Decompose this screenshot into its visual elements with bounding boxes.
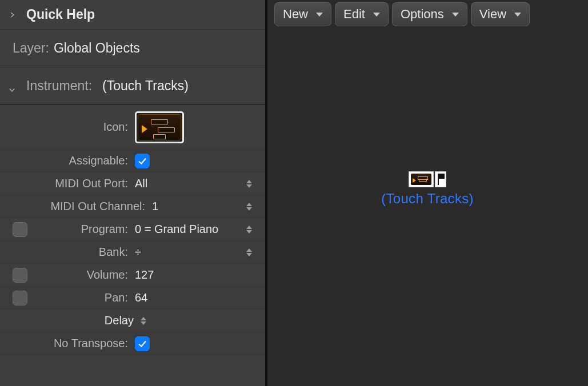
menu-view[interactable]: View xyxy=(471,2,530,26)
output-flag-icon xyxy=(435,171,446,187)
menu-view-label: View xyxy=(479,7,506,22)
pan-value[interactable]: 64 xyxy=(131,291,238,304)
volume-value[interactable]: 127 xyxy=(131,268,238,282)
caret-down-icon xyxy=(514,13,521,17)
pan-enable-checkbox[interactable] xyxy=(13,291,27,305)
midi-port-label: MIDI Out Port: xyxy=(40,177,131,190)
program-stepper[interactable] xyxy=(246,223,257,236)
instrument-value: (Touch Tracks) xyxy=(102,78,189,94)
menu-new-label: New xyxy=(283,7,308,22)
param-icon: Icon: xyxy=(0,105,265,150)
app-root: Quick Help Layer: Global Objects Instrum… xyxy=(0,0,588,386)
environment-canvas[interactable]: New Edit Options View xyxy=(266,0,588,386)
midi-channel-stepper[interactable] xyxy=(246,200,257,214)
delay-label: Delay xyxy=(40,314,137,327)
assignable-checkbox[interactable] xyxy=(135,154,150,168)
param-midi-out-port: MIDI Out Port: All xyxy=(0,172,265,195)
param-midi-out-channel: MIDI Out Channel: 1 xyxy=(0,195,265,218)
bank-stepper[interactable] xyxy=(246,246,257,259)
bank-label: Bank: xyxy=(40,246,131,259)
parameters-list: Icon: Assignable: xyxy=(0,105,265,386)
delay-stepper[interactable] xyxy=(141,314,151,328)
param-program: Program: 0 = Grand Piano xyxy=(0,218,265,241)
caret-down-icon xyxy=(373,13,380,17)
quick-help-header[interactable]: Quick Help xyxy=(0,0,265,30)
object-label: (Touch Tracks) xyxy=(319,191,536,207)
menu-edit[interactable]: Edit xyxy=(335,2,389,26)
layer-label: Layer: xyxy=(13,41,49,56)
pan-label: Pan: xyxy=(40,291,131,304)
object-icons xyxy=(319,171,536,187)
no-transpose-checkbox[interactable] xyxy=(135,336,150,351)
caret-down-icon xyxy=(316,13,323,17)
quick-help-title: Quick Help xyxy=(26,7,95,22)
volume-enable-checkbox[interactable] xyxy=(13,268,27,283)
touch-tracks-object[interactable]: (Touch Tracks) xyxy=(319,171,536,207)
menu-new[interactable]: New xyxy=(274,2,331,26)
touch-tracks-icon xyxy=(138,114,181,140)
layer-row[interactable]: Layer: Global Objects xyxy=(0,30,265,67)
param-assignable: Assignable: xyxy=(0,150,265,172)
assignable-label: Assignable: xyxy=(40,154,131,167)
param-volume: Volume: 127 xyxy=(0,264,265,287)
layer-value: Global Objects xyxy=(54,41,140,56)
instrument-label: Instrument: xyxy=(26,78,92,94)
instrument-header[interactable]: Instrument: (Touch Tracks) xyxy=(0,67,265,105)
midi-channel-value[interactable]: 1 xyxy=(149,200,238,213)
volume-label: Volume: xyxy=(40,268,131,282)
midi-port-stepper[interactable] xyxy=(246,177,257,191)
param-delay[interactable]: Delay xyxy=(0,309,265,332)
program-value[interactable]: 0 = Grand Piano xyxy=(131,223,238,236)
menu-options[interactable]: Options xyxy=(392,2,467,26)
icon-picker[interactable] xyxy=(135,111,184,143)
touch-tracks-thumb-icon xyxy=(409,171,434,187)
chevron-right-icon xyxy=(8,11,16,19)
midi-port-value[interactable]: All xyxy=(131,177,238,190)
param-pan: Pan: 64 xyxy=(0,287,265,309)
environment-toolbar: New Edit Options View xyxy=(274,2,582,29)
icon-label: Icon: xyxy=(40,120,131,134)
param-no-transpose: No Transpose: xyxy=(0,332,265,355)
param-bank: Bank: ÷ xyxy=(0,241,265,264)
program-enable-checkbox[interactable] xyxy=(13,222,27,237)
no-transpose-label: No Transpose: xyxy=(40,337,131,350)
bank-value[interactable]: ÷ xyxy=(131,246,238,259)
menu-options-label: Options xyxy=(401,7,444,22)
chevron-down-icon xyxy=(8,82,16,90)
inspector-panel: Quick Help Layer: Global Objects Instrum… xyxy=(0,0,266,386)
caret-down-icon xyxy=(452,13,459,17)
program-label: Program: xyxy=(40,223,131,236)
midi-channel-label: MIDI Out Channel: xyxy=(40,200,149,213)
menu-edit-label: Edit xyxy=(343,7,365,22)
